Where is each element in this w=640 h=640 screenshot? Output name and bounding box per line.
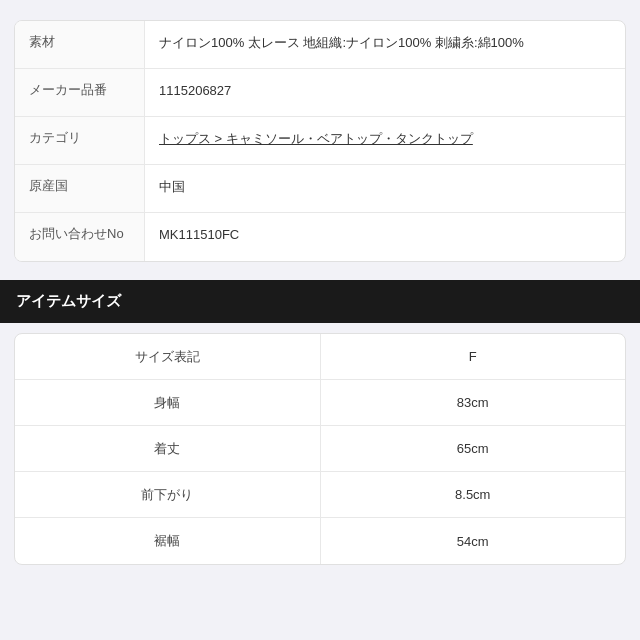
size-section-header: アイテムサイズ bbox=[0, 280, 640, 323]
label-category: カテゴリ bbox=[15, 117, 145, 164]
value-category[interactable]: トップス > キャミソール・ベアトップ・タンクトップ bbox=[145, 117, 625, 164]
label-origin: 原産国 bbox=[15, 165, 145, 212]
size-row-width: 身幅 83cm bbox=[15, 380, 625, 426]
size-row-hem-width: 裾幅 54cm bbox=[15, 518, 625, 564]
size-row-notation: サイズ表記 F bbox=[15, 334, 625, 380]
size-label-hem-width: 裾幅 bbox=[15, 518, 321, 564]
info-row-category: カテゴリ トップス > キャミソール・ベアトップ・タンクトップ bbox=[15, 117, 625, 165]
size-label-length: 着丈 bbox=[15, 426, 321, 471]
value-inquiry: MK111510FC bbox=[145, 213, 625, 261]
info-row-inquiry: お問い合わせNo MK111510FC bbox=[15, 213, 625, 261]
value-origin: 中国 bbox=[145, 165, 625, 212]
info-row-maker-number: メーカー品番 1115206827 bbox=[15, 69, 625, 117]
size-row-front-drop: 前下がり 8.5cm bbox=[15, 472, 625, 518]
size-value-length: 65cm bbox=[321, 426, 626, 471]
size-row-length: 着丈 65cm bbox=[15, 426, 625, 472]
size-label-notation: サイズ表記 bbox=[15, 334, 321, 379]
size-table: サイズ表記 F 身幅 83cm 着丈 65cm 前下がり 8.5cm 裾幅 54… bbox=[14, 333, 626, 565]
info-row-origin: 原産国 中国 bbox=[15, 165, 625, 213]
category-link[interactable]: トップス > キャミソール・ベアトップ・タンクトップ bbox=[159, 131, 473, 146]
label-inquiry: お問い合わせNo bbox=[15, 213, 145, 261]
product-info-table: 素材 ナイロン100% 太レース 地組織:ナイロン100% 刺繍糸:綿100% … bbox=[14, 20, 626, 262]
size-label-front-drop: 前下がり bbox=[15, 472, 321, 517]
label-material: 素材 bbox=[15, 21, 145, 68]
info-row-material: 素材 ナイロン100% 太レース 地組織:ナイロン100% 刺繍糸:綿100% bbox=[15, 21, 625, 69]
size-label-width: 身幅 bbox=[15, 380, 321, 425]
size-value-width: 83cm bbox=[321, 380, 626, 425]
label-maker-number: メーカー品番 bbox=[15, 69, 145, 116]
size-value-notation: F bbox=[321, 334, 626, 379]
size-value-front-drop: 8.5cm bbox=[321, 472, 626, 517]
value-material: ナイロン100% 太レース 地組織:ナイロン100% 刺繍糸:綿100% bbox=[145, 21, 625, 68]
value-maker-number: 1115206827 bbox=[145, 69, 625, 116]
size-value-hem-width: 54cm bbox=[321, 518, 626, 564]
